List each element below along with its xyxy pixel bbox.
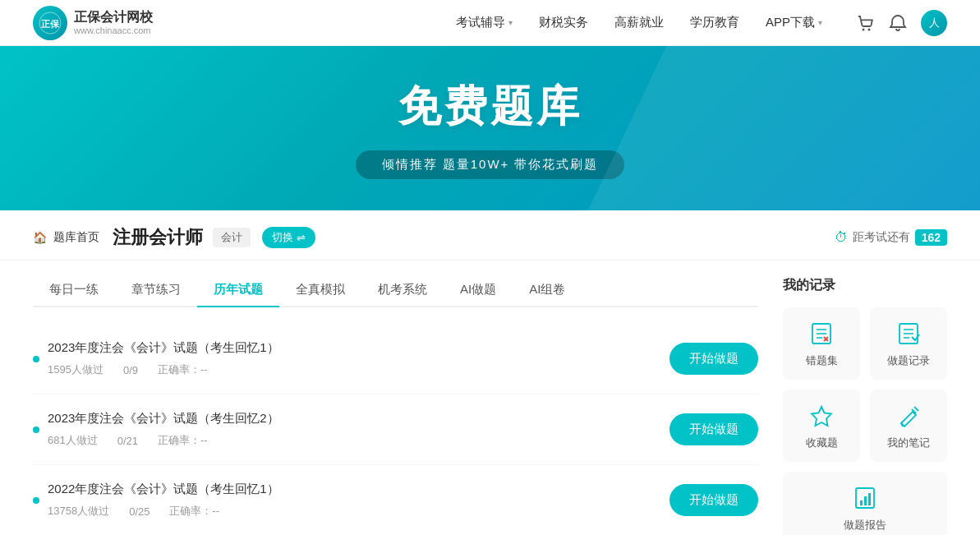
notes-label: 我的笔记 bbox=[887, 436, 930, 450]
svg-rect-19 bbox=[860, 500, 863, 505]
question-dot bbox=[33, 356, 39, 362]
subject-badge: 会计 bbox=[213, 228, 251, 247]
question-title: 2023年度注会《会计》试题（考生回忆2） bbox=[48, 411, 669, 427]
svg-point-2 bbox=[863, 28, 865, 30]
left-panel: 每日一练 章节练习 历年试题 全真模拟 机考系统 AI做题 AI组卷 2023年… bbox=[33, 261, 783, 535]
record-item-favorites[interactable]: 收藏题 bbox=[783, 390, 860, 462]
logo-icon: 正保 bbox=[33, 6, 67, 40]
svg-rect-21 bbox=[868, 493, 871, 505]
question-meta: 681人做过 0/21 正确率：-- bbox=[48, 433, 669, 448]
accuracy: 正确率：-- bbox=[169, 504, 219, 519]
content-area: 每日一练 章节练习 历年试题 全真模拟 机考系统 AI做题 AI组卷 2023年… bbox=[0, 261, 980, 535]
question-info: 2023年度注会《会计》试题（考生回忆2） 681人做过 0/21 正确率：-- bbox=[48, 411, 669, 448]
records-grid: 错题集 做题记录 bbox=[783, 307, 947, 462]
record-item-wrong[interactable]: 错题集 bbox=[783, 307, 860, 380]
tab-ai-practice[interactable]: AI做题 bbox=[444, 274, 513, 306]
countdown-number: 162 bbox=[915, 229, 947, 246]
question-item: 2022年度注会《会计》试题（考生回忆1） 13758人做过 0/25 正确率：… bbox=[33, 465, 758, 535]
tab-chapter[interactable]: 章节练习 bbox=[115, 274, 197, 306]
record-item-history[interactable]: 做题记录 bbox=[870, 307, 947, 380]
favorites-icon bbox=[807, 401, 836, 431]
header-icons: 人 bbox=[855, 10, 947, 36]
nav-menu: 考试辅导 ▾ 财税实务 高薪就业 学历教育 APP下载 ▾ bbox=[456, 15, 822, 30]
record-item-notes[interactable]: 我的笔记 bbox=[870, 390, 947, 462]
question-meta: 1595人做过 0/9 正确率：-- bbox=[48, 362, 669, 377]
clock-icon: ⏱ bbox=[835, 230, 848, 245]
wrong-set-label: 错题集 bbox=[806, 353, 838, 368]
records-title: 我的记录 bbox=[783, 277, 947, 294]
logo-area[interactable]: 正保 正保会计网校 www.chinaacc.com bbox=[33, 6, 173, 40]
main-container: 🏠 题库首页 注册会计师 会计 切换 ⇌ ⏱ 距考试还有 162 每日一练 章节… bbox=[0, 210, 980, 535]
tab-ai-compose[interactable]: AI组卷 bbox=[513, 274, 582, 306]
start-button-3[interactable]: 开始做题 bbox=[669, 484, 758, 516]
accuracy: 正确率：-- bbox=[158, 362, 208, 377]
record-item-report[interactable]: 做题报告 bbox=[783, 472, 947, 535]
site-url: www.chinaacc.com bbox=[74, 25, 153, 36]
accuracy: 正确率：-- bbox=[158, 433, 208, 448]
report-label: 做题报告 bbox=[844, 518, 886, 533]
nav-item-jobs[interactable]: 高薪就业 bbox=[614, 15, 664, 30]
nav-item-app[interactable]: APP下载 ▾ bbox=[766, 15, 822, 30]
progress: 0/25 bbox=[129, 505, 150, 518]
tab-daily[interactable]: 每日一练 bbox=[33, 274, 115, 306]
site-name: 正保会计网校 bbox=[74, 9, 153, 25]
question-title: 2022年度注会《会计》试题（考生回忆1） bbox=[48, 482, 669, 497]
progress: 0/21 bbox=[117, 435, 138, 447]
question-item: 2023年度注会《会计》试题（考生回忆1） 1595人做过 0/9 正确率：--… bbox=[33, 324, 758, 394]
question-info: 2022年度注会《会计》试题（考生回忆1） 13758人做过 0/25 正确率：… bbox=[48, 482, 669, 519]
report-icon bbox=[850, 483, 880, 513]
tab-machine-exam[interactable]: 机考系统 bbox=[361, 274, 444, 306]
tab-bar: 每日一练 章节练习 历年试题 全真模拟 机考系统 AI做题 AI组卷 bbox=[33, 261, 758, 307]
question-item: 2023年度注会《会计》试题（考生回忆2） 681人做过 0/21 正确率：--… bbox=[33, 394, 758, 465]
nav-item-finance[interactable]: 财税实务 bbox=[539, 15, 588, 30]
history-label: 做题记录 bbox=[887, 353, 930, 368]
avatar[interactable]: 人 bbox=[921, 10, 947, 36]
notes-icon bbox=[894, 401, 923, 431]
svg-marker-14 bbox=[812, 407, 831, 426]
breadcrumb-bar: 🏠 题库首页 注册会计师 会计 切换 ⇌ ⏱ 距考试还有 162 bbox=[0, 210, 980, 261]
question-dot bbox=[33, 497, 39, 504]
svg-point-3 bbox=[868, 28, 871, 30]
nav-item-education[interactable]: 学历教育 bbox=[690, 15, 739, 30]
right-panel: 我的记录 错题集 bbox=[783, 261, 947, 535]
chevron-down-icon: ▾ bbox=[508, 18, 513, 27]
favorites-label: 收藏题 bbox=[806, 436, 838, 450]
banner-title: 免费题库 bbox=[398, 78, 582, 136]
breadcrumb-home-icon[interactable]: 🏠 bbox=[33, 231, 47, 244]
start-button-2[interactable]: 开始做题 bbox=[669, 413, 758, 445]
chevron-down-icon-app: ▾ bbox=[818, 18, 822, 27]
tab-past-exam[interactable]: 历年试题 bbox=[197, 274, 279, 306]
svg-rect-20 bbox=[864, 496, 867, 505]
question-list: 2023年度注会《会计》试题（考生回忆1） 1595人做过 0/9 正确率：--… bbox=[33, 324, 758, 535]
history-icon bbox=[894, 319, 923, 348]
question-info: 2023年度注会《会计》试题（考生回忆1） 1595人做过 0/9 正确率：-- bbox=[48, 340, 669, 377]
start-button-1[interactable]: 开始做题 bbox=[669, 343, 758, 375]
svg-text:正保: 正保 bbox=[41, 19, 60, 29]
question-dot bbox=[33, 427, 39, 433]
switch-button[interactable]: 切换 ⇌ bbox=[262, 227, 315, 248]
cart-icon[interactable] bbox=[855, 13, 875, 33]
logo-text: 正保会计网校 www.chinaacc.com bbox=[74, 9, 153, 35]
tab-full-simulation[interactable]: 全真模拟 bbox=[279, 274, 361, 306]
exam-countdown: ⏱ 距考试还有 162 bbox=[835, 229, 947, 246]
question-meta: 13758人做过 0/25 正确率：-- bbox=[48, 504, 669, 519]
nav-item-exam-guidance[interactable]: 考试辅导 ▾ bbox=[456, 15, 513, 30]
breadcrumb-title: 注册会计师 bbox=[113, 225, 203, 250]
banner: 免费题库 倾情推荐 题量10W+ 带你花式刷题 bbox=[0, 46, 980, 210]
breadcrumb-library[interactable]: 题库首页 bbox=[53, 230, 99, 245]
people-count: 681人做过 bbox=[48, 433, 98, 448]
people-count: 1595人做过 bbox=[48, 362, 104, 377]
people-count: 13758人做过 bbox=[48, 504, 109, 519]
question-title: 2023年度注会《会计》试题（考生回忆1） bbox=[48, 340, 669, 356]
svg-line-16 bbox=[914, 407, 918, 411]
progress: 0/9 bbox=[123, 364, 138, 376]
wrong-set-icon bbox=[807, 319, 836, 348]
banner-subtitle: 倾情推荐 题量10W+ 带你花式刷题 bbox=[356, 150, 625, 179]
bell-icon[interactable] bbox=[888, 13, 908, 33]
header: 正保 正保会计网校 www.chinaacc.com 考试辅导 ▾ 财税实务 高… bbox=[0, 0, 980, 46]
